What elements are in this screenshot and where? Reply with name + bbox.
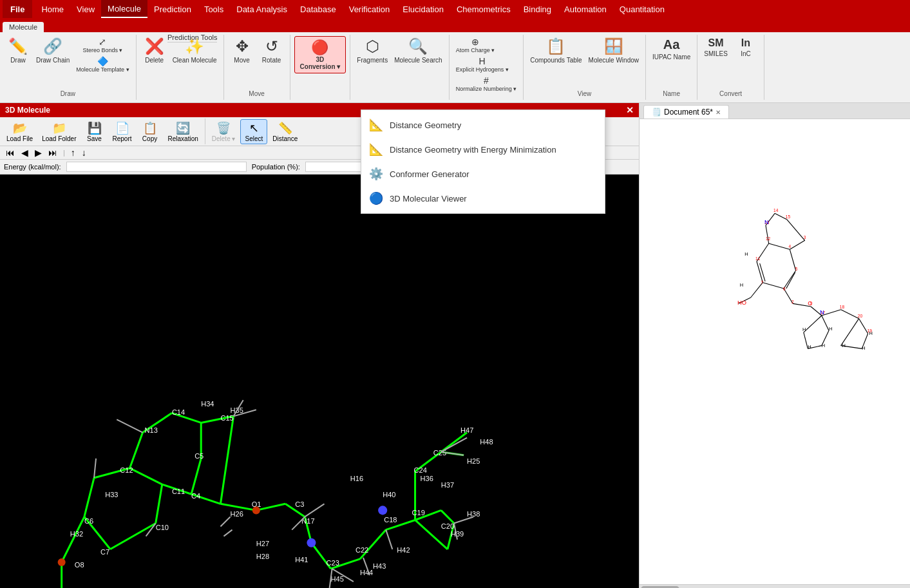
smiles-button[interactable]: SM SMILES	[701, 36, 730, 59]
load-folder-button[interactable]: 📁 Load Folder	[38, 120, 80, 144]
menu-view[interactable]: View	[70, 0, 101, 18]
svg-text:H34: H34	[201, 400, 214, 408]
panel-close-button[interactable]: ✕	[626, 105, 634, 115]
molecule-search-button[interactable]: 🔍 Molecule Search	[392, 36, 444, 65]
conversion-dropdown: 📐 Distance Geometry 📐 Distance Geometry …	[361, 109, 605, 214]
svg-text:H16: H16	[350, 475, 363, 482]
fragments-button[interactable]: ⬡ Fragments	[354, 36, 390, 65]
doc-content[interactable]: 12 11 7 6 5 4 13 14 15 3 2 1 17 18	[640, 119, 910, 584]
svg-text:H25: H25	[467, 457, 480, 465]
load-file-button[interactable]: 📂 Load File	[3, 120, 37, 144]
svg-text:C24: C24	[414, 466, 427, 474]
copy-button[interactable]: 📋 Copy	[137, 120, 163, 144]
svg-text:H44: H44	[360, 569, 373, 576]
relaxation-button[interactable]: 🔄 Relaxation	[164, 120, 202, 144]
menu-binding[interactable]: Binding	[517, 0, 558, 18]
energy-input[interactable]	[66, 162, 247, 172]
svg-text:C22: C22	[355, 546, 368, 554]
dropdown-distance-geometry[interactable]: 📐 Distance Geometry	[361, 113, 605, 137]
menu-data-analysis[interactable]: Data Analysis	[230, 0, 294, 18]
toolbar-separator	[205, 119, 205, 144]
dropdown-distance-geometry-energy[interactable]: 📐 Distance Geometry with Energy Minimiza…	[361, 137, 605, 162]
svg-text:H41: H41	[295, 556, 308, 564]
energy-label: Energy (kcal/mol):	[4, 163, 61, 171]
menu-automation[interactable]: Automation	[558, 0, 613, 18]
ribbon-group-convert: SM SMILES In InC Convert	[697, 35, 764, 100]
menu-chemometrics[interactable]: Chemometrics	[450, 0, 517, 18]
nav-last-button[interactable]: ⏭	[46, 147, 59, 158]
convert-group-label: Convert	[719, 89, 742, 99]
menu-elucidation[interactable]: Elucidation	[396, 0, 450, 18]
save-button[interactable]: 💾 Save	[82, 120, 108, 144]
molecule-3d-svg: H33 H34 H35 H16 H40 H36 H37 H38 H39 H47 …	[0, 175, 639, 588]
svg-text:N: N	[820, 309, 824, 316]
doc-molecule-display: 12 11 7 6 5 4 13 14 15 3 2 1 17 18	[640, 119, 910, 584]
distance-geometry-icon: 📐	[369, 118, 383, 132]
svg-text:H45: H45	[331, 575, 344, 583]
horizontal-scrollbar[interactable]	[640, 584, 910, 588]
nav-first-button[interactable]: ⏮	[4, 147, 17, 158]
inc-button[interactable]: In InC	[732, 36, 760, 59]
move-button[interactable]: ✥ Move	[228, 36, 256, 65]
iupac-name-icon: Aa	[663, 37, 680, 52]
menu-file[interactable]: File	[3, 0, 32, 18]
svg-text:O1: O1	[252, 500, 261, 508]
menu-verification[interactable]: Verification	[343, 0, 397, 18]
clean-molecule-button[interactable]: ✨ Clean Molecule	[170, 36, 220, 65]
svg-point-40	[58, 558, 66, 566]
nav-sort-desc-button[interactable]: ↓	[80, 147, 88, 158]
fragments-icon: ⬡	[366, 37, 379, 55]
draw-button[interactable]: ✏️ Draw	[4, 36, 32, 65]
compounds-table-button[interactable]: 📋 Compounds Table	[527, 36, 584, 65]
tab-molecule[interactable]: Molecule	[3, 22, 44, 32]
dropdown-conformer-generator[interactable]: ⚙️ Conformer Generator	[361, 162, 605, 186]
mol-canvas[interactable]: H33 H34 H35 H16 H40 H36 H37 H38 H39 H47 …	[0, 175, 639, 588]
nav-sort-asc-button[interactable]: ↑	[69, 147, 77, 158]
scroll-thumb[interactable]	[641, 586, 679, 589]
draw-chain-button[interactable]: 🔗 Draw Chain	[33, 36, 72, 65]
svg-text:H: H	[822, 343, 825, 348]
nav-next-button[interactable]: ▶	[33, 147, 44, 158]
rotate-icon: ↺	[265, 37, 278, 55]
menu-home[interactable]: Home	[35, 0, 70, 18]
normalize-numbering-button[interactable]: # Normalize Numbering ▾	[453, 75, 520, 93]
svg-text:H48: H48	[480, 438, 493, 446]
svg-text:H: H	[744, 251, 748, 257]
menu-database[interactable]: Database	[294, 0, 343, 18]
svg-text:H: H	[802, 327, 806, 332]
menu-tools[interactable]: Tools	[198, 0, 230, 18]
dropdown-3d-molecular-viewer[interactable]: 🔵 3D Molecular Viewer	[361, 186, 605, 211]
svg-text:H43: H43	[373, 562, 386, 570]
atom-charge-button[interactable]: ⊕ Atom Charge ▾	[453, 36, 498, 54]
select-icon: ↖	[249, 121, 259, 135]
delete-clean-buttons: ❌ Delete ✨ Clean Molecule	[140, 36, 220, 96]
menu-prediction[interactable]: Prediction	[147, 0, 198, 18]
tab-doc-icon: 🗒️	[652, 108, 661, 117]
report-button[interactable]: 📄 Report	[109, 120, 136, 144]
svg-text:C15: C15	[220, 414, 233, 422]
svg-text:C11: C11	[172, 488, 185, 495]
document-tab[interactable]: 🗒️ Document 65* ✕	[643, 105, 729, 119]
3d-conversion-button[interactable]: 🔴 3DConversion ▾	[294, 36, 346, 73]
rotate-button[interactable]: ↺ Rotate	[258, 36, 286, 65]
doc-tab-bar: 🗒️ Document 65* ✕	[640, 103, 910, 119]
stereo-bonds-button[interactable]: ⤢ Stereo Bonds ▾	[73, 36, 131, 54]
menu-quantitation[interactable]: Quantitation	[613, 0, 671, 18]
iupac-name-button[interactable]: Aa IUPAC Name	[650, 36, 693, 62]
doc-tab-close-button[interactable]: ✕	[716, 109, 721, 116]
right-panel: 🗒️ Document 65* ✕	[640, 103, 910, 588]
distance-button[interactable]: 📏 Distance	[269, 120, 301, 144]
svg-text:15: 15	[786, 214, 791, 219]
nav-prev-button[interactable]: ◀	[19, 147, 30, 158]
delete-toolbar-button[interactable]: 🗑️ Delete ▾	[208, 120, 240, 144]
svg-text:H40: H40	[383, 491, 395, 498]
molecule-template-button[interactable]: 🔷 Molecule Template ▾	[73, 55, 131, 73]
draw-icon: ✏️	[8, 37, 28, 55]
molecule-window-button[interactable]: 🪟 Molecule Window	[586, 36, 641, 65]
inc-icon: In	[741, 37, 750, 49]
select-button[interactable]: ↖ Select	[240, 119, 267, 144]
delete-ribbon-button[interactable]: ❌ Delete	[140, 36, 169, 65]
svg-text:18: 18	[840, 305, 845, 309]
menu-molecule[interactable]: Molecule	[101, 0, 147, 18]
explicit-hydrogens-button[interactable]: H Explicit Hydrogens ▾	[453, 55, 511, 73]
